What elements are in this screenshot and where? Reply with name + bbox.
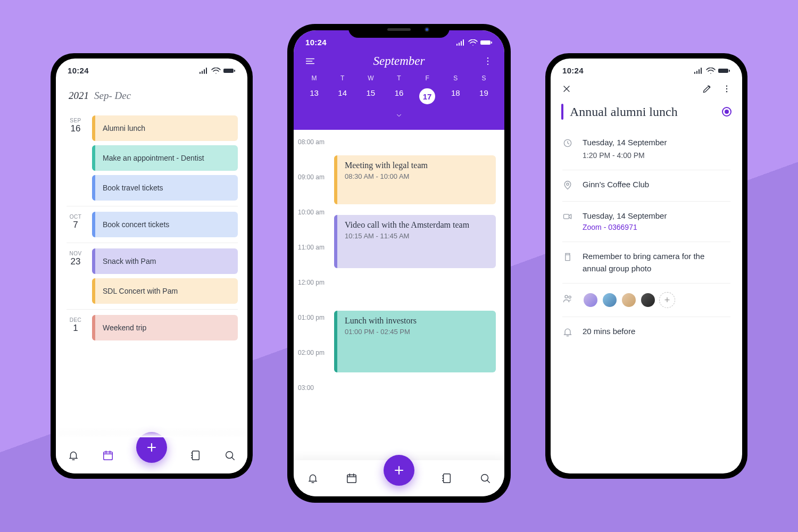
add-button[interactable]	[384, 455, 414, 486]
svg-rect-5	[480, 40, 491, 45]
menu-icon[interactable]	[303, 54, 317, 68]
wifi-icon	[211, 68, 221, 74]
calendar-icon[interactable]	[101, 448, 115, 462]
avatar[interactable]	[640, 292, 656, 308]
notebook-icon[interactable]	[439, 471, 453, 485]
battery-icon	[223, 68, 236, 74]
event-title-row: Annual alumni lunch	[551, 99, 742, 128]
time-label: 09:00 am	[298, 172, 330, 207]
svg-rect-6	[491, 41, 492, 44]
date-cell-selected[interactable]: 17	[413, 85, 442, 110]
event-block[interactable]: Lunch with investors 01:00 PM - 02:45 PM	[334, 311, 496, 372]
phone-event-detail: 10:24 Annual alumni lunch Tuesda	[545, 53, 747, 479]
agenda-list: SEP 16 Alumni lunch Make an appointment …	[56, 110, 247, 473]
date-cell[interactable]: 19	[470, 85, 498, 110]
signal-icon	[200, 68, 209, 74]
status-time: 10:24	[562, 66, 584, 75]
agenda-item[interactable]: Snack with Pam	[92, 248, 238, 274]
close-icon[interactable]	[561, 84, 572, 96]
battery-icon	[480, 39, 493, 46]
phone-day-view: 10:24 September M T W T F S S 13	[287, 24, 511, 503]
agenda-year: 2021	[69, 90, 89, 102]
more-icon[interactable]	[481, 54, 495, 68]
svg-rect-3	[192, 451, 199, 460]
svg-rect-1	[234, 70, 235, 72]
day-timeline: 08:00 am 09:00 am 10:00 am 11:00 am 12:0…	[294, 130, 504, 496]
agenda-block: NOV 23 Snack with Pam SDL Concert with P…	[66, 243, 238, 309]
time-label: 02:00 pm	[298, 348, 330, 383]
battery-icon	[718, 68, 730, 74]
svg-point-16	[726, 88, 727, 89]
status-bar: 10:24	[551, 59, 742, 78]
detail-video[interactable]: Tuesday, 14 September Zoom - 0366971	[562, 202, 730, 243]
event-title: Annual alumni lunch	[570, 105, 716, 119]
avatar[interactable]	[621, 292, 637, 308]
svg-rect-14	[729, 70, 730, 72]
edit-icon[interactable]	[702, 84, 712, 96]
signal-icon	[456, 39, 466, 46]
search-icon[interactable]	[223, 448, 237, 462]
bell-icon[interactable]	[306, 471, 320, 485]
agenda-date: OCT 7	[66, 212, 85, 237]
clock-icon	[562, 137, 574, 161]
agenda-item[interactable]: Alumni lunch	[92, 115, 238, 141]
avatar[interactable]	[602, 292, 618, 308]
svg-point-8	[487, 61, 488, 62]
wifi-icon	[706, 68, 716, 74]
detail-note: Remember to bring camera for the annual …	[562, 242, 730, 284]
status-icons	[694, 68, 730, 74]
time-label: 12:00 pm	[298, 278, 330, 313]
bell-icon[interactable]	[66, 448, 80, 462]
date-cell[interactable]: 14	[328, 85, 356, 110]
event-block[interactable]: Meeting with legal team 08:30 AM - 10:00…	[334, 155, 496, 204]
agenda-block: SEP 16 Alumni lunch Make an appointment …	[66, 110, 238, 206]
accent-bar	[561, 104, 563, 120]
agenda-range: Sep- Dec	[94, 90, 131, 102]
date-cell[interactable]: 18	[442, 85, 470, 110]
month-title[interactable]: September	[373, 54, 425, 68]
detail-reminder[interactable]: 20 mins before	[562, 317, 730, 348]
notebook-icon[interactable]	[188, 448, 202, 462]
svg-rect-10	[347, 475, 356, 483]
notch	[348, 24, 450, 38]
svg-point-7	[487, 57, 488, 59]
date-cell[interactable]: 15	[356, 85, 385, 110]
svg-rect-13	[718, 69, 728, 73]
event-block[interactable]: Video call with the Amsterdam team 10:15…	[334, 215, 496, 268]
status-bar: 10:24	[56, 59, 247, 78]
add-button[interactable]	[136, 432, 167, 463]
agenda-block: DEC 1 Weekend trip	[66, 309, 238, 346]
add-attendee-button[interactable]: +	[659, 292, 675, 308]
date-cell[interactable]: 13	[300, 85, 328, 110]
calendar-header: September M T W T F S S 13 14 15 16 17 1…	[294, 50, 504, 130]
svg-rect-2	[104, 452, 113, 460]
agenda-block: OCT 7 Book concert tickets	[66, 206, 238, 243]
search-icon[interactable]	[478, 471, 492, 485]
agenda-date: NOV 23	[66, 248, 85, 304]
agenda-item[interactable]: Book travel tickets	[92, 175, 238, 201]
avatar[interactable]	[583, 292, 598, 308]
bottom-tabbar	[56, 437, 247, 473]
date-cell[interactable]: 16	[385, 85, 413, 110]
calendar-icon[interactable]	[345, 471, 359, 485]
color-picker[interactable]	[722, 107, 732, 117]
time-label: 10:00 am	[298, 207, 330, 243]
more-icon[interactable]	[722, 84, 732, 96]
agenda-item[interactable]: Make an appointment - Dentist	[92, 145, 238, 171]
zoom-link[interactable]: Zoom - 0366971	[583, 222, 730, 233]
agenda-item[interactable]: Book concert tickets	[92, 212, 238, 237]
status-time: 10:24	[305, 38, 327, 47]
detail-attendees: +	[562, 284, 730, 317]
detail-location[interactable]: Ginn's Coffee Club	[562, 170, 730, 202]
bottom-tabbar	[294, 460, 504, 496]
time-label: 08:00 am	[298, 137, 330, 172]
chevron-down-icon[interactable]	[294, 110, 504, 126]
wifi-icon	[468, 39, 478, 46]
agenda-date: SEP 16	[66, 115, 85, 201]
svg-point-22	[569, 296, 571, 298]
agenda-item[interactable]: SDL Concert with Pam	[92, 278, 238, 304]
phone-agenda-view: 10:24 2021 Sep- Dec SEP 16 Alumni lunch …	[51, 53, 253, 479]
agenda-item[interactable]: Weekend trip	[92, 315, 238, 340]
svg-point-19	[567, 183, 569, 185]
svg-point-17	[726, 91, 727, 92]
